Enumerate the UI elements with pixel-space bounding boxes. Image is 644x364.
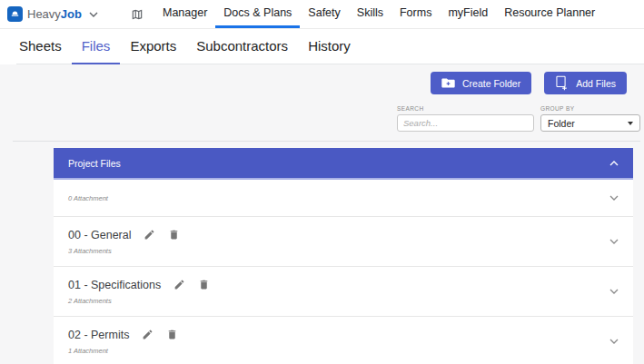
group-by-value: Folder <box>548 118 575 129</box>
chevron-up-icon[interactable] <box>609 161 619 166</box>
folder-row[interactable]: 00 - General 3 Attachments <box>54 217 633 267</box>
group-summary-row[interactable]: 0 Attachment <box>54 180 633 217</box>
top-nav-item[interactable]: Docs & Plans <box>215 0 300 28</box>
folder-row[interactable]: 01 - Specifications 2 Attachments <box>54 267 633 317</box>
folder-name: 01 - Specifications <box>68 279 161 291</box>
tab-bar: Sheets Files Exports Subcontractors Hist… <box>0 29 644 64</box>
dropdown-arrow-icon <box>628 122 633 125</box>
chevron-down-icon[interactable] <box>609 339 619 344</box>
tab[interactable]: Exports <box>120 29 186 64</box>
search-input[interactable] <box>397 114 534 132</box>
add-files-label: Add Files <box>576 78 616 89</box>
chevron-down-icon[interactable] <box>609 195 619 201</box>
brand-name: HeavyJob <box>27 7 82 21</box>
chevron-down-icon[interactable] <box>609 239 619 244</box>
folder-row[interactable]: 02 - Permits 1 Attachment <box>54 317 633 364</box>
folder-info: 02 - Permits 1 Attachment <box>68 329 178 355</box>
folder-name: 00 - General <box>68 229 131 241</box>
top-nav-item[interactable]: myField <box>440 0 496 28</box>
top-app-bar: HeavyJob Manager Docs & Plans Safety Ski… <box>0 0 644 29</box>
section-divider <box>13 141 640 142</box>
folder-name: 02 - Permits <box>68 329 129 341</box>
top-nav: Manager Docs & Plans Safety Skills Forms… <box>154 0 603 28</box>
attachment-count: 1 Attachment <box>68 347 178 355</box>
tab[interactable]: Files <box>72 29 121 64</box>
tab[interactable]: Sheets <box>9 29 72 64</box>
top-nav-item[interactable]: Manager <box>154 0 215 28</box>
chevron-down-icon <box>89 12 98 17</box>
tab[interactable]: Subcontractors <box>186 29 298 64</box>
brand-switcher[interactable]: HeavyJob <box>7 0 98 28</box>
tab[interactable]: History <box>298 29 361 64</box>
filter-row: SEARCH GROUP BY Folder <box>0 105 644 132</box>
top-nav-item[interactable]: Skills <box>349 0 391 28</box>
folder-info: 01 - Specifications 2 Attachments <box>68 279 210 305</box>
top-nav-item[interactable]: Forms <box>391 0 440 28</box>
group-header[interactable]: Project Files <box>54 148 633 180</box>
create-folder-button[interactable]: Create Folder <box>431 72 531 94</box>
attachment-count: 3 Attachments <box>68 247 180 255</box>
delete-icon[interactable] <box>198 279 210 290</box>
group-by-select[interactable]: Folder <box>540 114 640 132</box>
group-by-field: GROUP BY Folder <box>540 105 640 132</box>
heavyjob-logo-icon <box>7 6 23 22</box>
add-files-button[interactable]: Add Files <box>544 72 627 94</box>
delete-icon[interactable] <box>168 229 180 241</box>
search-label: SEARCH <box>397 105 534 112</box>
top-nav-item[interactable]: Resource Planner <box>496 0 603 28</box>
attachment-count: 2 Attachments <box>68 297 210 305</box>
top-nav-item[interactable]: Safety <box>300 0 348 28</box>
search-field: SEARCH <box>397 105 534 132</box>
files-panel: Project Files 0 Attachment 00 - General <box>54 148 633 364</box>
chevron-down-icon[interactable] <box>609 289 619 294</box>
group-by-label: GROUP BY <box>540 105 640 112</box>
attachment-count: 0 Attachment <box>68 194 108 202</box>
edit-icon[interactable] <box>142 329 154 340</box>
edit-icon[interactable] <box>144 229 155 241</box>
content-area: Create Folder Add Files SEARCH GROUP BY … <box>0 64 644 364</box>
toolbar: Create Folder Add Files <box>0 64 644 94</box>
folder-plus-icon <box>441 77 455 89</box>
group-title: Project Files <box>68 158 121 169</box>
delete-icon[interactable] <box>166 329 178 340</box>
create-folder-label: Create Folder <box>462 78 520 89</box>
folder-info: 00 - General 3 Attachments <box>68 229 180 255</box>
file-plus-icon <box>555 75 569 91</box>
map-icon[interactable] <box>131 0 144 28</box>
edit-icon[interactable] <box>173 279 185 290</box>
